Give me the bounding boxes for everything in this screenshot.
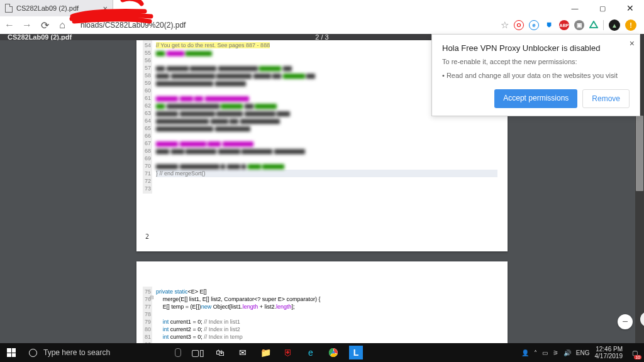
abp-icon[interactable]: ABP xyxy=(559,20,569,30)
pdf-page-2: 7576777879808182 private static<E> E[] ⊟… xyxy=(136,261,508,343)
task-view-icon[interactable]: ▢▯ xyxy=(186,343,209,362)
separator xyxy=(603,20,604,30)
scroll-thumb[interactable] xyxy=(636,116,643,191)
extension-permission-popover: × Hola Free VPN Proxy Unblocker is disab… xyxy=(431,34,640,116)
chrome-icon[interactable] xyxy=(322,343,345,362)
window-buttons: — ▢ ✕ xyxy=(561,0,644,16)
explorer-icon[interactable]: 📁 xyxy=(254,343,277,362)
search-icon xyxy=(29,349,37,357)
tab-close-icon[interactable]: × xyxy=(103,4,108,13)
reload-button[interactable]: ⟳ xyxy=(39,19,50,31)
edge-icon[interactable]: e xyxy=(299,343,322,362)
wifi-icon[interactable]: ⚞ xyxy=(553,349,558,356)
back-button[interactable]: ← xyxy=(4,19,15,31)
search-placeholder: Type here to search xyxy=(43,348,110,357)
accept-permissions-button[interactable]: Accept permissions xyxy=(494,89,577,108)
maximize-button[interactable]: ▢ xyxy=(589,0,616,16)
drive-icon[interactable] xyxy=(589,21,598,30)
clock[interactable]: 12:46 PM4/17/2019 xyxy=(595,346,623,359)
popover-bullet: • Read and change all your data on the w… xyxy=(442,72,630,79)
popover-title: Hola Free VPN Proxy Unblocker is disable… xyxy=(442,43,630,53)
start-button[interactable] xyxy=(0,348,23,357)
store-icon[interactable]: 🛍 xyxy=(209,343,231,362)
browser-tab[interactable]: CS282Lab09 (2).pdf × xyxy=(0,0,113,16)
tab-title: CS282Lab09 (2).pdf xyxy=(16,4,79,12)
popover-subtitle: To re-enable it, accept the new permissi… xyxy=(442,58,630,65)
code-block-2: private static<E> E[] ⊟ merge(E[] list1,… xyxy=(152,287,501,343)
zoom-out-fab[interactable]: − xyxy=(618,314,633,329)
file-icon xyxy=(5,4,13,13)
mic-icon[interactable] xyxy=(175,348,181,357)
home-button[interactable]: ⌂ xyxy=(57,19,68,31)
mcafee-icon[interactable]: ⛨ xyxy=(277,343,299,362)
end-line: } // end mergeSort() xyxy=(156,170,206,177)
alert-icon[interactable]: ! xyxy=(625,19,636,31)
edge-icon[interactable]: e xyxy=(529,20,539,30)
forward-button[interactable]: → xyxy=(21,19,33,31)
bookmark-star-icon[interactable]: ☆ xyxy=(501,19,509,31)
app-l-icon[interactable]: L xyxy=(349,346,363,359)
popover-close-icon[interactable]: × xyxy=(630,38,635,48)
volume-icon[interactable]: 🔊 xyxy=(564,349,571,356)
people-icon[interactable]: 👤 xyxy=(521,349,529,356)
system-tray: 👤 ˄ ▭ ⚞ 🔊 ENG 12:46 PM4/17/2019 ▢10 xyxy=(521,346,644,359)
remove-button[interactable]: Remove xyxy=(582,89,630,108)
mail-icon[interactable]: ✉ xyxy=(231,343,254,362)
close-button[interactable]: ✕ xyxy=(616,0,644,16)
pin-icon[interactable]: ▣ xyxy=(574,20,584,30)
taskbar-items: ▢▯ 🛍 ✉ 📁 ⛨ e L xyxy=(186,343,367,362)
taskbar-search[interactable]: Type here to search xyxy=(23,343,186,362)
page-number: 2 xyxy=(145,233,149,240)
taskbar: Type here to search ▢▯ 🛍 ✉ 📁 ⛨ e L 👤 ˄ ▭… xyxy=(0,343,644,362)
action-center-icon[interactable]: ▢10 xyxy=(628,346,641,359)
battery-icon[interactable]: ▭ xyxy=(542,349,548,356)
extension-icons: ☆ O e ⛊ ABP ▣ ▲ ! xyxy=(501,19,640,31)
opera-icon[interactable]: O xyxy=(514,20,524,30)
line-gutter: 5455565758596061626364656667686970717273 xyxy=(143,40,152,194)
lang-indicator[interactable]: ENG xyxy=(576,349,590,356)
tray-chevron-icon[interactable]: ˄ xyxy=(534,349,537,356)
highlighted-comment: // You get to do the rest. See pages 887… xyxy=(156,42,270,48)
url-field[interactable]: nloads/CS282Lab09%20(2).pdf xyxy=(74,21,494,30)
shield-icon[interactable]: ⛊ xyxy=(544,20,554,30)
address-bar: ← → ⟳ ⌂ nloads/CS282Lab09%20(2).pdf ☆ O … xyxy=(0,16,644,34)
minimize-button[interactable]: — xyxy=(561,0,589,16)
avatar-icon[interactable]: ▲ xyxy=(609,19,620,31)
title-bar: CS282Lab09 (2).pdf × — ▢ ✕ xyxy=(0,0,644,16)
svg-marker-0 xyxy=(590,21,597,28)
